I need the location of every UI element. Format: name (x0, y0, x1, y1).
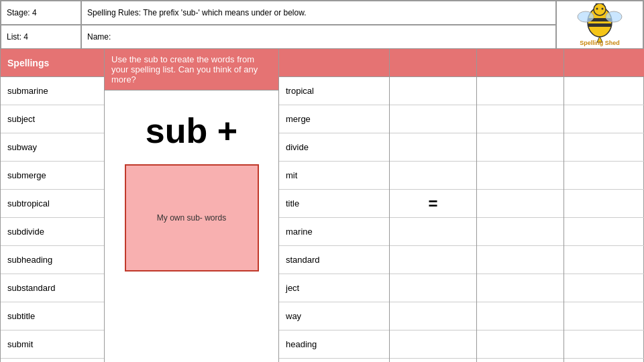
word-part-item: divide (279, 133, 389, 162)
answer-cell[interactable] (477, 218, 564, 246)
svg-rect-3 (588, 23, 612, 27)
stage-label: Stage: 4 (1, 1, 81, 25)
list-item: subway (1, 133, 104, 162)
word-part-item: ject (279, 274, 389, 302)
equals-sign: = (390, 190, 476, 218)
instruction-text: Use the sub to create the words from you… (105, 49, 278, 90)
spelling-rules: Spelling Rules: The prefix 'sub-' which … (81, 1, 556, 25)
list-label: List: 4 (1, 25, 81, 49)
svg-point-5 (596, 7, 598, 9)
answer-column-2 (564, 49, 644, 362)
answer-cell[interactable] (477, 162, 564, 190)
answer-cell[interactable] (564, 162, 644, 190)
list-item: subheading (1, 246, 104, 274)
logo-area: Spelling Shed (556, 1, 643, 49)
my-own-words-label: My own sub- words (157, 213, 226, 223)
list-item: subdivide (1, 218, 104, 246)
answer-cell[interactable] (564, 330, 644, 359)
answer-cell[interactable] (564, 274, 644, 302)
svg-text:Spelling Shed: Spelling Shed (580, 40, 620, 46)
equals-header (390, 49, 476, 77)
header-section: Stage: 4 Spelling Rules: The prefix 'sub… (0, 0, 644, 49)
spellings-column: Spellings submarine subject subway subme… (1, 49, 105, 362)
equals-empty (390, 246, 476, 274)
equals-empty (390, 77, 476, 105)
list-item: subtropical (1, 190, 104, 218)
word-part-item: tropical (279, 77, 389, 105)
equals-empty (390, 105, 476, 133)
list-item: submarine (1, 77, 104, 105)
name-label: Name: (81, 25, 556, 49)
equals-empty (390, 133, 476, 162)
main-content: Spellings submarine subject subway subme… (0, 49, 644, 362)
answer-header-2 (564, 49, 644, 77)
list-item: substandard (1, 274, 104, 302)
svg-point-6 (602, 7, 604, 9)
list-item: subtitle (1, 302, 104, 330)
answer-cell[interactable] (477, 77, 564, 105)
answer-cell[interactable] (477, 246, 564, 274)
answer-header-1 (477, 49, 564, 77)
answer-cell[interactable] (564, 77, 644, 105)
answer-cell[interactable] (477, 133, 564, 162)
equals-empty (390, 162, 476, 190)
answer-cell[interactable] (477, 105, 564, 133)
spellings-header: Spellings (1, 49, 104, 77)
word-part-item: way (279, 302, 389, 330)
answer-cell[interactable] (477, 274, 564, 302)
equals-empty (390, 218, 476, 246)
equals-empty (390, 330, 476, 359)
equals-empty (390, 302, 476, 330)
sub-plus-area: sub + My own sub- words (105, 90, 278, 362)
list-item: submerge (1, 162, 104, 190)
words-header (279, 49, 389, 77)
answer-column-1 (477, 49, 564, 362)
word-part-item: mit (279, 162, 389, 190)
answer-cell[interactable] (564, 218, 644, 246)
word-part-item: title (279, 190, 389, 218)
answer-cell[interactable] (564, 190, 644, 218)
answer-cell[interactable] (477, 302, 564, 330)
answer-cell[interactable] (564, 105, 644, 133)
word-part-item: heading (279, 330, 389, 359)
word-part-item: marine (279, 218, 389, 246)
answer-cell[interactable] (564, 302, 644, 330)
answer-cell[interactable] (477, 190, 564, 218)
answer-cell[interactable] (477, 330, 564, 359)
my-own-words-box[interactable]: My own sub- words (125, 164, 259, 272)
svg-point-4 (594, 3, 606, 15)
list-item: subject (1, 105, 104, 133)
svg-point-11 (578, 11, 594, 22)
list-item: submit (1, 330, 104, 359)
word-part-item: merge (279, 105, 389, 133)
equals-empty (390, 274, 476, 302)
word-parts-column: tropical merge divide mit title marine s… (279, 49, 390, 362)
sub-plus-text: sub + (146, 111, 237, 151)
middle-column: Use the sub to create the words from you… (105, 49, 279, 362)
svg-point-12 (606, 11, 622, 22)
answer-cell[interactable] (564, 246, 644, 274)
answer-cell[interactable] (564, 133, 644, 162)
word-part-item: standard (279, 246, 389, 274)
equals-column: = (390, 49, 477, 362)
